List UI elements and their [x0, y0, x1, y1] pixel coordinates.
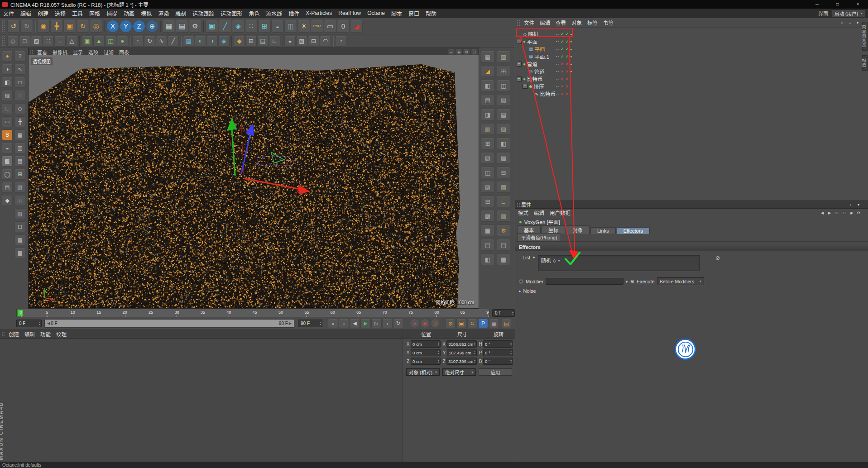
stepper-icon[interactable]: ▴▾ [474, 342, 475, 346]
material-ball-icon[interactable]: ◑ [2, 64, 13, 75]
coord-field[interactable]: 0 °▴▾ [483, 340, 513, 348]
size-mode-select[interactable]: 绝对尺寸 ▾ [442, 368, 476, 376]
dock-tab-content-browser[interactable]: 内容浏览器 [862, 22, 868, 51]
record-button[interactable]: ● [410, 319, 419, 328]
attr-tab-5[interactable]: Effectors [617, 227, 650, 234]
render-enable-icon[interactable]: ✓ [565, 47, 569, 51]
object-row-8[interactable]: −◆挤压▪▪×× [515, 83, 868, 91]
viewport-menu-4[interactable]: 选项 [88, 48, 98, 56]
material-tag-icon[interactable]: ● [570, 55, 574, 58]
stepper-down-icon[interactable]: ▾ [510, 344, 512, 346]
next-key-button[interactable]: › [382, 319, 393, 328]
render-enable-icon[interactable]: ✓ [565, 39, 569, 44]
execute-select[interactable]: Before Modifiers ▾ [657, 277, 704, 285]
menubar-item-18[interactable]: RealFlow [338, 10, 361, 16]
material-tag-icon[interactable]: ● [570, 40, 574, 43]
range-start-handle[interactable]: ◀ 0 F [47, 321, 58, 326]
layer-squares-icon[interactable]: ▪▪ [556, 77, 559, 81]
array-icon[interactable]: ▦ [183, 36, 194, 47]
pen-tool-icon[interactable]: ╱ [219, 20, 231, 33]
modifier-input[interactable] [546, 278, 623, 285]
stepper-down-icon[interactable]: ▾ [510, 361, 512, 363]
render-enable-icon[interactable]: ✓ [565, 32, 569, 36]
ruler-icon[interactable]: ∟ [2, 103, 13, 114]
extrude-icon[interactable]: ↑ [132, 36, 144, 47]
editor-enable-icon[interactable]: ✓ [560, 47, 564, 51]
floor-icon[interactable]: ▭ [324, 20, 336, 33]
object-row-9[interactable]: ∿比特币▪▪×× [515, 90, 868, 98]
attributes-grip[interactable] [517, 202, 520, 207]
spline-pen-icon[interactable]: ╱ [168, 36, 179, 47]
menubar-item-4[interactable]: 选择 [55, 10, 66, 17]
menubar-item-15[interactable]: 流水线 [266, 10, 282, 17]
menubar-item-5[interactable]: 工具 [72, 10, 83, 17]
grid-tool-icon-3[interactable]: ▤ [14, 156, 25, 167]
texture-mode-icon[interactable]: ▨ [31, 36, 42, 47]
menubar-item-20[interactable]: 脚本 [391, 10, 402, 17]
coord-field[interactable]: 3107.399 cm▴▾ [446, 358, 477, 365]
preview-range-slider[interactable]: ◀ 0 F 90 F ▶ [44, 319, 294, 328]
hand-tool-icon[interactable]: ◒ [2, 143, 13, 153]
undock-icon[interactable]: ▾ [855, 202, 862, 208]
simulate-icon[interactable]: ◒ [271, 20, 284, 33]
menubar-item-9[interactable]: 模拟 [141, 10, 152, 17]
convert-icon[interactable]: ● [2, 51, 13, 62]
collapse-icon[interactable]: − [517, 39, 522, 44]
menubar-item-8[interactable]: 动画 [124, 10, 134, 17]
om-menu-3[interactable]: 查看 [556, 19, 566, 26]
render-settings-icon[interactable]: ⚙ [189, 20, 201, 33]
next-frame-button[interactable]: ▷ [371, 319, 382, 328]
close-button[interactable]: × [848, 0, 868, 9]
axis-mode-icon[interactable]: ◧ [2, 77, 13, 88]
paste-icon[interactable]: ⊟ [841, 210, 847, 216]
magnet-small-icon[interactable]: ◆ [2, 195, 13, 206]
stepper-down-icon[interactable]: ▾ [510, 353, 512, 355]
maximize-button[interactable]: □ [827, 0, 848, 9]
material-tag-icon[interactable]: ● [570, 48, 574, 51]
rotate-icon[interactable]: ↻ [77, 20, 89, 33]
modifier-target-icon[interactable]: ◉ [630, 279, 634, 284]
wrench-icon[interactable]: ◢ [481, 65, 494, 77]
menubar-item-3[interactable]: 创建 [38, 10, 48, 17]
effector-list-item[interactable]: 随机 ◇ ● [538, 255, 700, 265]
object-row-6[interactable]: ◎管道▪▪××● [515, 68, 868, 76]
dock-tab-structure[interactable]: 构造 [862, 55, 868, 71]
block-icon-9[interactable]: ⊟ [497, 167, 510, 178]
layer-squares-icon[interactable]: ▪▪ [556, 48, 559, 51]
collapse-icon[interactable]: − [517, 62, 522, 67]
select-cursor-icon[interactable]: ↖ [14, 64, 25, 75]
effectors-section-header[interactable]: Effectors [515, 244, 868, 251]
camera-icon[interactable]: ◫ [284, 20, 297, 33]
keyframe-button[interactable]: ◉ [420, 319, 430, 328]
psr-icon[interactable]: PSR [311, 20, 323, 33]
render-enable-icon[interactable]: × [565, 62, 569, 66]
stepper-icon[interactable]: ▴▾ [474, 359, 475, 363]
block-icon-4[interactable]: ▧ [497, 94, 510, 106]
material-menu-1[interactable]: 创建 [9, 330, 19, 338]
editor-enable-icon[interactable]: ✓ [560, 39, 564, 44]
lock-x-icon[interactable]: X [106, 20, 119, 33]
editor-enable-icon[interactable]: × [560, 69, 564, 74]
range-end-handle[interactable]: 90 F ▶ [279, 321, 292, 326]
om-menu-6[interactable]: 书签 [603, 19, 614, 26]
lathe-icon[interactable]: ↻ [144, 36, 155, 47]
viewport[interactable]: 查看摄像机显示选项过滤面板 ↔⊕↻□ 透视视图 网格间距: 1000 cm [28, 48, 479, 309]
animation-clock-icon[interactable]: ◔ [335, 36, 346, 47]
history-back-icon[interactable]: ◀ [819, 210, 825, 216]
coord-field[interactable]: 107.499 cm▴▾ [447, 349, 477, 356]
menubar-item-6[interactable]: 网格 [89, 10, 100, 17]
stepper-down-icon[interactable]: ▾ [438, 353, 439, 355]
grid-tool-icon-6[interactable]: ◫ [14, 195, 25, 206]
panel-kit-icon-13[interactable]: ◧ [481, 253, 494, 265]
prev-frame-button[interactable]: ◀ [350, 319, 360, 328]
object-row-1[interactable]: ◇随机▪▪✓✓● [515, 30, 868, 38]
grid-tool-icon-9[interactable]: ▩ [14, 234, 25, 245]
ruler-frame-field[interactable]: 0 F ▴▾ [492, 309, 515, 317]
list-expand-icon[interactable]: ▸ [533, 255, 535, 259]
collapse-icon[interactable]: − [517, 76, 522, 81]
panel-kit-icon-2[interactable]: ▤ [481, 94, 494, 106]
menubar-item-7[interactable]: 捕捉 [106, 10, 117, 17]
rect-select-icon[interactable]: □ [14, 77, 25, 88]
measure-icon[interactable]: ∟ [269, 36, 280, 47]
layer-squares-icon[interactable]: ▪▪ [556, 33, 559, 36]
